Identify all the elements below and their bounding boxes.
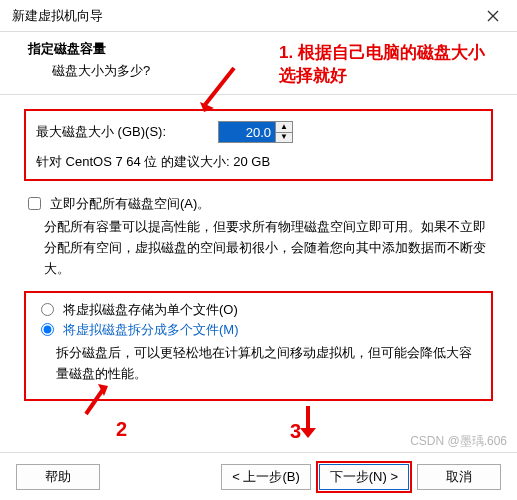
allocate-now-label: 立即分配所有磁盘空间(A)。 [50, 195, 210, 213]
annotation-1-line1: 1. 根据自己电脑的磁盘大小 [279, 42, 485, 65]
wizard-content: 最大磁盘大小 (GB)(S): ▲ ▼ 针对 CentOS 7 64 位 的建议… [0, 95, 517, 401]
wizard-footer: 帮助 < 上一步(B) 下一步(N) > 取消 [0, 452, 517, 500]
window-title: 新建虚拟机向导 [12, 7, 477, 25]
annotation-1-line2: 选择就好 [279, 65, 485, 88]
highlight-box-1: 最大磁盘大小 (GB)(S): ▲ ▼ 针对 CentOS 7 64 位 的建议… [24, 109, 493, 181]
disk-size-input[interactable] [219, 122, 275, 142]
annotation-2: 2 [116, 418, 127, 441]
back-button[interactable]: < 上一步(B) [221, 464, 311, 490]
help-button[interactable]: 帮助 [16, 464, 100, 490]
close-button[interactable] [477, 4, 509, 28]
next-button[interactable]: 下一步(N) > [319, 464, 409, 490]
annotation-3: 3 [290, 420, 301, 443]
highlight-box-2: 将虚拟磁盘存储为单个文件(O) 将虚拟磁盘拆分成多个文件(M) 拆分磁盘后，可以… [24, 291, 493, 401]
allocate-now-desc: 分配所有容量可以提高性能，但要求所有物理磁盘空间立即可用。如果不立即分配所有空间… [44, 217, 493, 279]
cancel-button[interactable]: 取消 [417, 464, 501, 490]
store-split-radio[interactable] [41, 323, 54, 336]
store-split-row: 将虚拟磁盘拆分成多个文件(M) [36, 321, 481, 339]
store-single-radio[interactable] [41, 303, 54, 316]
disk-size-spinner[interactable]: ▲ ▼ [218, 121, 293, 143]
allocate-now-checkbox[interactable] [28, 197, 41, 210]
spinner-up[interactable]: ▲ [276, 122, 292, 133]
allocate-now-row: 立即分配所有磁盘空间(A)。 [24, 195, 493, 213]
disk-recommend-text: 针对 CentOS 7 64 位 的建议大小: 20 GB [36, 153, 481, 171]
store-single-row: 将虚拟磁盘存储为单个文件(O) [36, 301, 481, 319]
disk-size-label: 最大磁盘大小 (GB)(S): [36, 123, 166, 141]
close-icon [487, 10, 499, 22]
spinner-down[interactable]: ▼ [276, 133, 292, 143]
watermark: CSDN @墨瑀.606 [410, 433, 507, 450]
annotation-1: 1. 根据自己电脑的磁盘大小 选择就好 [279, 42, 485, 88]
store-split-desc: 拆分磁盘后，可以更轻松地在计算机之间移动虚拟机，但可能会降低大容量磁盘的性能。 [56, 343, 481, 385]
store-single-label: 将虚拟磁盘存储为单个文件(O) [63, 301, 238, 319]
store-split-label: 将虚拟磁盘拆分成多个文件(M) [63, 321, 239, 339]
disk-size-row: 最大磁盘大小 (GB)(S): ▲ ▼ [36, 121, 481, 143]
title-bar: 新建虚拟机向导 [0, 0, 517, 32]
